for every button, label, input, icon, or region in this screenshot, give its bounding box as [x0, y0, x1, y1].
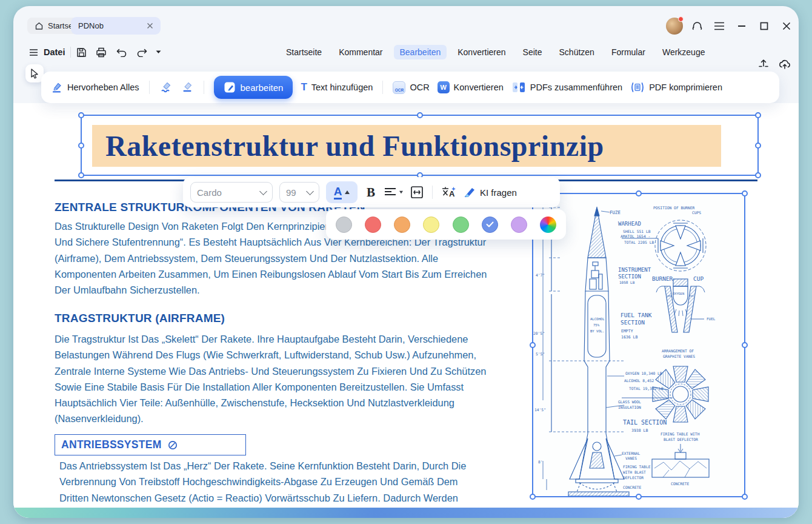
- dim-14-5: 14'5": [534, 408, 546, 412]
- resize-handle[interactable]: [417, 112, 423, 118]
- tab-document-pdnob[interactable]: PDNob: [71, 17, 161, 35]
- label-firing-right: FIRING TABLE WITH: [661, 432, 700, 436]
- highlight-all-button[interactable]: Hervorheben Alles: [51, 81, 139, 93]
- resize-handle[interactable]: [742, 342, 748, 348]
- user-avatar[interactable]: [666, 18, 683, 35]
- rocket-diagram-selection[interactable]: FUZE WARHEAD SHELL 551 LB AMATOL 1654 - …: [532, 193, 745, 497]
- menu-seite[interactable]: Seite: [517, 45, 548, 59]
- resize-handle[interactable]: [636, 494, 642, 500]
- caret-down-icon: [399, 191, 403, 194]
- color-swatch-blue-selected[interactable]: [482, 217, 498, 233]
- share-icons-group: [757, 58, 791, 70]
- ask-ai-button[interactable]: KI fragen: [464, 186, 517, 198]
- label-amatol: AMATOL 1654 -: [621, 234, 650, 238]
- resize-handle[interactable]: [755, 143, 761, 149]
- menu-startseite[interactable]: Startseite: [280, 45, 328, 59]
- underline-annotate-icon[interactable]: [181, 81, 194, 94]
- line-spacing-button[interactable]: [410, 186, 424, 199]
- menu-formular[interactable]: Formular: [605, 45, 651, 59]
- close-window-button[interactable]: [779, 19, 794, 33]
- minimize-button[interactable]: [734, 19, 750, 33]
- add-text-button[interactable]: T Text hinzufügen: [301, 81, 373, 93]
- edit-mode-label: bearbeiten: [241, 82, 284, 93]
- bold-button[interactable]: B: [367, 185, 375, 200]
- text-line: Belastungen Während Des Flugs (Wie Schwe…: [55, 347, 533, 363]
- redo-icon[interactable]: [136, 47, 148, 57]
- resize-handle[interactable]: [755, 112, 761, 118]
- label-instrument-lb: 1058 LB: [619, 280, 635, 284]
- align-left-icon: [384, 187, 396, 197]
- divider: [70, 47, 71, 58]
- ocr-button[interactable]: OCR OCR: [393, 81, 429, 94]
- translate-button[interactable]: A: [441, 186, 457, 199]
- menu-row: Datei Startseite: [13, 44, 799, 61]
- rocket-blueprint-image: FUZE WARHEAD SHELL 551 LB AMATOL 1654 - …: [533, 194, 744, 496]
- text-line: Verbrennung Von Treibstoff Hochgeschwind…: [59, 474, 538, 489]
- color-swatch-gray[interactable]: [336, 217, 352, 233]
- dim-20-5: 20'5": [533, 331, 545, 335]
- resize-handle[interactable]: [755, 172, 761, 178]
- resize-handle[interactable]: [742, 494, 748, 500]
- color-swatch-custom[interactable]: [540, 217, 556, 233]
- support-headphones-icon[interactable]: [689, 19, 705, 33]
- menu-schuetzen[interactable]: Schützen: [553, 45, 601, 59]
- resize-handle[interactable]: [78, 143, 84, 149]
- label-warhead: WARHEAD: [618, 221, 641, 227]
- color-swatch-orange[interactable]: [394, 217, 410, 233]
- label-burner-cups: CUPS: [692, 210, 701, 215]
- chevron-down-icon: [259, 187, 267, 195]
- history-dropdown-icon[interactable]: [156, 50, 161, 54]
- merge-label: PDFs zusammenführen: [530, 82, 622, 92]
- menu-konvertieren[interactable]: Konvertieren: [451, 45, 511, 59]
- home-icon: [35, 22, 44, 30]
- color-swatch-yellow[interactable]: [423, 217, 439, 233]
- label-empty-lb: 1636 LB: [621, 335, 637, 340]
- label-instrument: INSTRUMENT: [618, 267, 651, 273]
- resize-handle[interactable]: [530, 342, 536, 348]
- save-icon[interactable]: [76, 47, 87, 58]
- convert-button[interactable]: W Konvertieren: [438, 81, 504, 93]
- compress-pdf-button[interactable]: PDF komprimieren: [630, 81, 722, 93]
- file-menu-icon[interactable]: [29, 49, 38, 56]
- label-graphite-vanes: GRAPHITE VANES: [663, 354, 695, 358]
- label-cup: CUP: [693, 275, 704, 282]
- resize-handle[interactable]: [78, 172, 84, 178]
- undo-icon[interactable]: [116, 47, 127, 57]
- document-title[interactable]: Raketenstruktur und Funktionsprinzip: [92, 129, 604, 163]
- label-burner-position: POSITION OF BURNER: [653, 206, 694, 210]
- color-swatch-green[interactable]: [453, 217, 469, 233]
- font-color-button[interactable]: A: [326, 181, 358, 203]
- edit-mode-button[interactable]: bearbeiten: [214, 76, 293, 99]
- color-swatch-purple[interactable]: [511, 217, 527, 233]
- squiggly-underline-icon[interactable]: [159, 81, 173, 94]
- resize-handle[interactable]: [636, 190, 642, 196]
- font-size-select[interactable]: 99: [279, 182, 319, 203]
- convert-label: Konvertieren: [454, 82, 504, 92]
- cloud-upload-icon[interactable]: [778, 58, 791, 70]
- tab-document-label: PDNob: [78, 21, 104, 30]
- print-icon[interactable]: [96, 47, 107, 58]
- paragraph-2: Die Tragstruktur Ist Das „Skelett“ Der R…: [55, 331, 533, 427]
- title-selection-box[interactable]: Raketenstruktur und Funktionsprinzip: [81, 115, 759, 176]
- resize-handle[interactable]: [742, 190, 748, 196]
- resize-handle[interactable]: [530, 494, 536, 500]
- maximize-button[interactable]: [756, 19, 772, 33]
- text-line: Zentrale Interne Systeme Wie Das Antrieb…: [55, 363, 533, 379]
- align-button[interactable]: [384, 187, 404, 197]
- tab-close-icon[interactable]: [147, 22, 153, 29]
- menu-bearbeiten[interactable]: Bearbeiten: [394, 45, 447, 59]
- share-upload-icon[interactable]: [757, 58, 770, 70]
- label-arrangement: ARRANGEMENT OF: [662, 349, 694, 353]
- menu-kommentar[interactable]: Kommentar: [333, 45, 388, 59]
- merge-pdfs-button[interactable]: PDFs zusammenführen: [511, 81, 622, 93]
- divider: [204, 81, 204, 94]
- file-menu[interactable]: Datei: [44, 47, 65, 57]
- svg-text:A: A: [449, 189, 455, 198]
- font-family-select[interactable]: Cardo: [190, 182, 273, 203]
- menu-werkzeuge[interactable]: Werkzeuge: [656, 45, 711, 59]
- app-menu-icon[interactable]: [711, 19, 727, 33]
- antriebssystem-link-box[interactable]: ANTRIEBSSYSTEM: [55, 434, 246, 455]
- color-swatch-red[interactable]: [365, 217, 381, 233]
- resize-handle[interactable]: [78, 112, 84, 118]
- text-line: Die Tragstruktur Ist Das „Skelett“ Der R…: [55, 331, 533, 347]
